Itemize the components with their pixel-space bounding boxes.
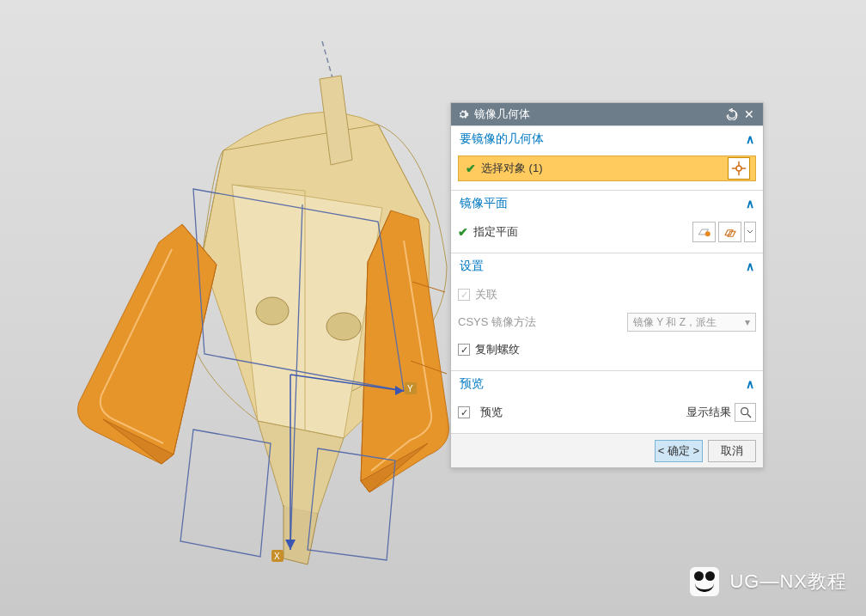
section-header-preview[interactable]: 预览 ∧ [451,371,763,397]
svg-point-1 [256,297,289,325]
csys-method-dropdown: 镜像 Y 和 Z，派生 ▾ [627,313,756,332]
svg-text:Y: Y [407,384,413,393]
preview-label: 预览 [480,405,686,420]
select-object-row[interactable]: ✔ 选择对象 (1) [458,156,756,181]
copy-thread-checkbox[interactable] [458,344,470,356]
wechat-icon [690,567,719,596]
svg-line-21 [747,414,751,418]
svg-text:X: X [274,552,280,561]
show-result-button[interactable] [735,403,756,422]
mirror-geometry-dialog: 镜像几何体 ✕ 要镜像的几何体 ∧ ✔ 选择对象 (1) 镜像平面 ∧ [450,102,764,468]
chevron-down-icon: ▾ [745,316,750,328]
plane-dialog-button[interactable] [692,222,716,242]
cancel-button[interactable]: 取消 [708,440,756,462]
section-header-plane[interactable]: 镜像平面 ∧ [451,191,763,217]
dialog-title: 镜像几何体 [474,107,723,122]
associative-label: 关联 [475,287,756,302]
show-result-label: 显示结果 [686,405,731,420]
specify-plane-label: 指定平面 [473,224,692,240]
dialog-titlebar[interactable]: 镜像几何体 ✕ [451,103,763,125]
check-icon: ✔ [466,162,476,175]
svg-point-19 [704,231,710,236]
associative-checkbox [458,289,470,301]
copy-thread-label: 复制螺纹 [475,342,756,357]
csys-method-label: CSYS 镜像方法 [458,314,627,330]
section-header-settings[interactable]: 设置 ∧ [451,253,763,279]
check-icon: ✔ [458,225,468,239]
undo-icon[interactable] [723,106,741,123]
selection-target-button[interactable] [728,157,750,180]
plane-type-dropdown[interactable] [744,222,756,242]
chevron-up-icon: ∧ [746,259,754,273]
svg-point-20 [741,408,747,415]
close-icon[interactable]: ✕ [741,106,758,123]
chevron-up-icon: ∧ [746,197,754,210]
preview-checkbox[interactable] [458,406,470,418]
section-header-geometry[interactable]: 要镜像的几何体 ∧ [451,126,763,152]
plane-type-button[interactable] [718,222,741,242]
ok-button[interactable]: < 确定 > [655,440,703,462]
select-object-label: 选择对象 (1) [481,161,728,176]
svg-point-14 [736,166,741,171]
chevron-up-icon: ∧ [746,377,754,391]
dialog-footer: < 确定 > 取消 [451,433,763,467]
watermark: UG—NX教程 [690,567,847,596]
svg-point-2 [326,313,361,340]
chevron-up-icon: ∧ [746,132,754,146]
gear-icon [456,108,469,121]
